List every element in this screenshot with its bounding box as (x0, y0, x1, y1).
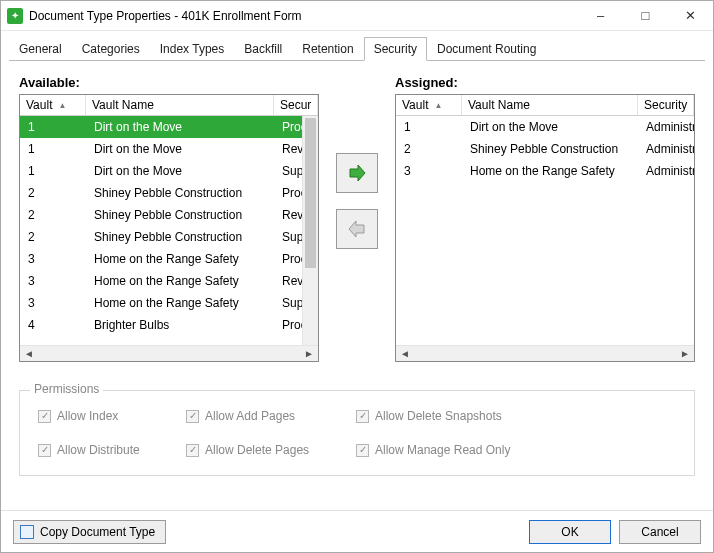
cell-vault: 1 (396, 120, 462, 134)
table-row[interactable]: 3Home on the Range SafetyReview (20, 270, 318, 292)
cell-security: Administra (638, 120, 694, 134)
col-header-security[interactable]: Security (638, 95, 694, 115)
perm-allow-delete-pages[interactable]: ✓Allow Delete Pages (186, 443, 356, 457)
checkbox-icon: ✓ (38, 444, 51, 457)
checkbox-icon: ✓ (186, 444, 199, 457)
tab-backfill[interactable]: Backfill (234, 37, 292, 61)
scroll-right-icon[interactable]: ► (302, 348, 316, 359)
tab-document-routing[interactable]: Document Routing (427, 37, 546, 61)
cell-vault: 1 (20, 142, 86, 156)
cancel-button[interactable]: Cancel (619, 520, 701, 544)
minimize-button[interactable]: – (578, 1, 623, 30)
checkbox-icon: ✓ (356, 410, 369, 423)
table-row[interactable]: 3Home on the Range SafetyAdministra (396, 160, 694, 182)
assigned-horizontal-scrollbar[interactable]: ◄ ► (396, 345, 694, 361)
cell-vault-name: Home on the Range Safety (86, 274, 274, 288)
dialog-footer: Copy Document Type OK Cancel (1, 510, 713, 552)
checkbox-icon: ✓ (356, 444, 369, 457)
tab-index-types[interactable]: Index Types (150, 37, 235, 61)
sort-asc-icon: ▲ (58, 101, 66, 110)
cell-vault: 2 (20, 186, 86, 200)
table-row[interactable]: 4Brighter BulbsProces (20, 314, 318, 336)
assigned-label: Assigned: (395, 75, 695, 90)
scroll-left-icon[interactable]: ◄ (22, 348, 36, 359)
table-row[interactable]: 2Shiney Pebble ConstructionProces (20, 182, 318, 204)
ok-button[interactable]: OK (529, 520, 611, 544)
permissions-legend: Permissions (30, 382, 103, 396)
table-row[interactable]: 1Dirt on the MoveSuperv (20, 160, 318, 182)
close-button[interactable]: ✕ (668, 1, 713, 30)
cell-vault-name: Dirt on the Move (462, 120, 638, 134)
table-row[interactable]: 2Shiney Pebble ConstructionSuperv (20, 226, 318, 248)
copy-icon (20, 525, 34, 539)
svg-marker-1 (349, 221, 364, 237)
perm-allow-delete-snapshots[interactable]: ✓Allow Delete Snapshots (356, 409, 576, 423)
perm-allow-add-pages[interactable]: ✓Allow Add Pages (186, 409, 356, 423)
cell-security: Administra (638, 164, 694, 178)
copy-document-type-button[interactable]: Copy Document Type (13, 520, 166, 544)
assigned-list[interactable]: Vault▲ Vault Name Security 1Dirt on the … (395, 94, 695, 362)
cell-vault-name: Home on the Range Safety (462, 164, 638, 178)
cell-vault: 3 (20, 296, 86, 310)
scroll-right-icon[interactable]: ► (678, 348, 692, 359)
app-icon: ✦ (7, 8, 23, 24)
table-row[interactable]: 3Home on the Range SafetyProces (20, 248, 318, 270)
scroll-left-icon[interactable]: ◄ (398, 348, 412, 359)
table-row[interactable]: 1Dirt on the MoveReview (20, 138, 318, 160)
cell-vault: 2 (20, 230, 86, 244)
assigned-header[interactable]: Vault▲ Vault Name Security (396, 95, 694, 116)
tab-general[interactable]: General (9, 37, 72, 61)
cell-vault: 1 (20, 120, 86, 134)
available-list[interactable]: Vault▲ Vault Name Secur 1Dirt on the Mov… (19, 94, 319, 362)
col-header-vault[interactable]: Vault▲ (396, 95, 462, 115)
col-header-vault-name[interactable]: Vault Name (86, 95, 274, 115)
cell-vault-name: Home on the Range Safety (86, 296, 274, 310)
available-label: Available: (19, 75, 319, 90)
perm-allow-manage-read-only[interactable]: ✓Allow Manage Read Only (356, 443, 576, 457)
assign-button[interactable] (336, 153, 378, 193)
cell-vault: 3 (20, 274, 86, 288)
cell-vault-name: Shiney Pebble Construction (86, 208, 274, 222)
perm-allow-index[interactable]: ✓Allow Index (38, 409, 186, 423)
tab-retention[interactable]: Retention (292, 37, 363, 61)
arrow-right-icon (347, 163, 367, 183)
checkbox-icon: ✓ (38, 410, 51, 423)
available-horizontal-scrollbar[interactable]: ◄ ► (20, 345, 318, 361)
perm-allow-distribute[interactable]: ✓Allow Distribute (38, 443, 186, 457)
cell-vault-name: Dirt on the Move (86, 142, 274, 156)
cell-vault: 4 (20, 318, 86, 332)
cell-vault: 3 (396, 164, 462, 178)
cell-vault-name: Shiney Pebble Construction (86, 230, 274, 244)
table-row[interactable]: 2Shiney Pebble ConstructionAdministra (396, 138, 694, 160)
tab-strip: General Categories Index Types Backfill … (1, 31, 713, 61)
cell-vault: 2 (20, 208, 86, 222)
cell-vault-name: Shiney Pebble Construction (86, 186, 274, 200)
titlebar: ✦ Document Type Properties - 401K Enroll… (1, 1, 713, 31)
available-header[interactable]: Vault▲ Vault Name Secur (20, 95, 318, 116)
cell-vault-name: Shiney Pebble Construction (462, 142, 638, 156)
cell-vault: 3 (20, 252, 86, 266)
dialog-window: ✦ Document Type Properties - 401K Enroll… (0, 0, 714, 553)
available-vertical-scrollbar[interactable] (302, 116, 318, 345)
table-row[interactable]: 2Shiney Pebble ConstructionReview (20, 204, 318, 226)
table-row[interactable]: 3Home on the Range SafetySuperv (20, 292, 318, 314)
maximize-button[interactable]: □ (623, 1, 668, 30)
cell-vault-name: Dirt on the Move (86, 120, 274, 134)
col-header-vault-name[interactable]: Vault Name (462, 95, 638, 115)
table-row[interactable]: 1Dirt on the MoveProces (20, 116, 318, 138)
col-header-vault[interactable]: Vault▲ (20, 95, 86, 115)
checkbox-icon: ✓ (186, 410, 199, 423)
unassign-button[interactable] (336, 209, 378, 249)
tab-categories[interactable]: Categories (72, 37, 150, 61)
table-row[interactable]: 1Dirt on the MoveAdministra (396, 116, 694, 138)
svg-marker-0 (350, 165, 365, 181)
sort-asc-icon: ▲ (434, 101, 442, 110)
cell-vault-name: Dirt on the Move (86, 164, 274, 178)
cell-vault: 2 (396, 142, 462, 156)
col-header-security[interactable]: Secur (274, 95, 318, 115)
cell-security: Administra (638, 142, 694, 156)
cell-vault-name: Brighter Bulbs (86, 318, 274, 332)
window-title: Document Type Properties - 401K Enrollme… (29, 9, 578, 23)
tab-security[interactable]: Security (364, 37, 427, 61)
cell-vault-name: Home on the Range Safety (86, 252, 274, 266)
